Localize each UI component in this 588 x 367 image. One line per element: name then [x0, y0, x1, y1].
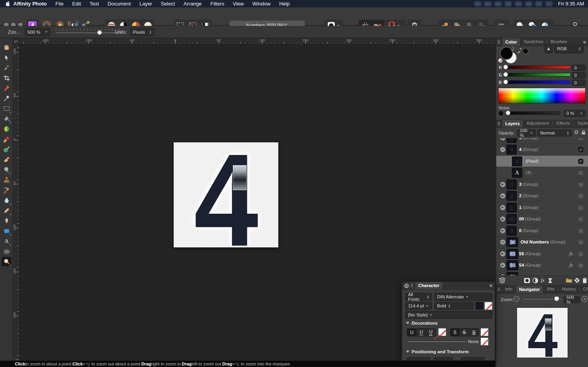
menu-filters[interactable]: Filters — [211, 1, 224, 7]
layer-visibility-checkbox[interactable] — [578, 193, 583, 198]
layer-row-4[interactable]: ▼44(Group)✓ — [496, 144, 588, 156]
mask-layer-icon[interactable] — [523, 276, 531, 285]
layer-row-pixel[interactable]: 4(Pixel)✓ — [496, 156, 588, 167]
dodge-tool[interactable] — [2, 165, 11, 174]
menu-select[interactable]: Select — [161, 1, 175, 7]
swap-colors-icon[interactable]: ⤸ — [511, 46, 514, 51]
new-pixel-layer-icon[interactable] — [573, 276, 581, 285]
pen-tool[interactable] — [2, 216, 11, 225]
layer-thumbnail[interactable]: A — [512, 168, 522, 178]
expand-icon[interactable]: ▶ — [500, 228, 505, 233]
rectangle-tool[interactable] — [2, 226, 11, 236]
strikethrough-option-0[interactable]: S — [450, 329, 460, 336]
units-dropdown[interactable]: Pixels ▲▼ — [130, 28, 154, 36]
font-weight-dropdown[interactable]: Bold ▲▼ — [434, 302, 474, 310]
tab-effects[interactable]: Effects — [553, 119, 573, 127]
layer-thumbnail[interactable]: 4 — [512, 156, 522, 166]
expand-icon[interactable]: ▶ — [500, 138, 505, 140]
gradient-tool[interactable] — [2, 124, 11, 134]
layer-thumbnail[interactable]: 3 — [506, 180, 517, 189]
expand-icon[interactable]: ▶ — [500, 193, 505, 198]
layer-visibility-checkbox[interactable] — [578, 240, 583, 245]
healing-brush-tool[interactable] — [2, 206, 11, 215]
menu-clock[interactable]: Fri 9:35 AM — [558, 1, 584, 7]
zoom-slider-thumb[interactable] — [97, 30, 102, 35]
apple-menu-icon[interactable] — [5, 1, 10, 7]
menu-window[interactable]: Window — [252, 1, 270, 7]
marquee-tool[interactable] — [2, 104, 11, 113]
panel-grip[interactable] — [498, 40, 500, 46]
noise-slider-track[interactable] — [506, 111, 561, 115]
secondary-color-dot[interactable] — [523, 49, 528, 54]
channel-value-b[interactable]: 0 — [572, 80, 586, 86]
expand-icon[interactable]: ▶ — [500, 263, 505, 268]
tab-color[interactable]: Color — [502, 38, 521, 46]
layer-visibility-checkbox[interactable]: ✓ — [578, 147, 583, 152]
paint-brush-tool[interactable] — [2, 134, 11, 144]
positioning-field-2[interactable] — [434, 357, 453, 361]
color-lock-button[interactable] — [544, 44, 553, 53]
navigator-zoom-thumb[interactable] — [554, 296, 559, 301]
mesh-warp-tool[interactable] — [2, 247, 11, 256]
layer-fx-icon[interactable]: fx — [569, 262, 573, 268]
undo-brush-tool[interactable] — [2, 185, 11, 195]
layer-thumbnail[interactable]: 55 — [506, 249, 518, 259]
layer-visibility-checkbox[interactable] — [578, 263, 583, 268]
strikethrough-option-2[interactable]: S — [469, 329, 479, 336]
live-filter-icon[interactable]: fx — [539, 276, 546, 285]
decorations-section-header[interactable]: Decorations — [406, 321, 437, 325]
layer-row-5[interactable]: ▶55(Group) — [496, 138, 588, 144]
layer-row-0[interactable]: ▶00(Group) — [496, 225, 588, 237]
channel-thumb-g[interactable] — [503, 72, 508, 77]
app-name[interactable]: Affinity Photo — [13, 1, 47, 7]
strikethrough-option-1[interactable]: S — [460, 329, 469, 336]
zoom-tool[interactable] — [2, 257, 11, 266]
layer-row-1[interactable]: ▶11(Group) — [496, 202, 588, 214]
artistic-text-tool[interactable]: A — [2, 236, 11, 246]
blend-mode-dropdown[interactable]: Normal ▲▼ — [537, 129, 572, 136]
zoom-percent-dropdown[interactable]: 500 %▼ — [25, 28, 51, 36]
tab-layers[interactable]: Layers — [502, 119, 523, 127]
menu-view[interactable]: View — [233, 1, 244, 7]
blend-options-gear-icon[interactable]: ⚙ — [574, 129, 579, 135]
move-tool[interactable] — [2, 53, 11, 62]
channel-track-g[interactable] — [505, 73, 571, 76]
layer-visibility-checkbox[interactable] — [578, 205, 583, 210]
liquify-layer-icon[interactable] — [546, 276, 554, 285]
layer-fx-icon[interactable]: fx — [569, 251, 573, 257]
layer-thumbnail[interactable]: 24 — [506, 237, 518, 247]
layer-visibility-checkbox[interactable] — [578, 251, 583, 256]
tab-character[interactable]: Character — [415, 282, 443, 289]
collapse-icon[interactable]: ▼ — [500, 240, 505, 245]
color-picker-icon[interactable] — [516, 47, 523, 54]
channel-track-r[interactable] — [505, 65, 571, 69]
noise-slider-thumb[interactable] — [506, 111, 510, 115]
gradient-selection-marquee[interactable] — [233, 165, 247, 190]
colour-replacement-brush-tool[interactable] — [2, 145, 11, 154]
tab-history[interactable]: History — [559, 285, 579, 293]
expand-icon[interactable]: ▶ — [500, 182, 505, 187]
layer-visibility-checkbox[interactable]: ✓ — [578, 159, 583, 164]
color-picker-tool[interactable] — [2, 63, 11, 73]
underline-option-0[interactable]: U — [407, 329, 417, 336]
font-family-dropdown[interactable]: DIN Alternate▼ — [434, 293, 492, 301]
menu-document[interactable]: Document — [107, 1, 131, 7]
line-color-swatch[interactable] — [481, 338, 488, 345]
close-icon[interactable]: ✕ — [404, 283, 409, 288]
layer-thumbnail[interactable]: 53 — [506, 272, 518, 276]
layer-visibility-checkbox[interactable] — [578, 170, 583, 175]
layer-visibility-checkbox[interactable] — [578, 228, 583, 233]
text-style-dropdown[interactable]: [No Style]▼ — [405, 311, 492, 319]
layers-stack-icon[interactable] — [497, 276, 507, 285]
line-style-preview[interactable] — [408, 342, 466, 342]
layer-row-00[interactable]: ▶0000(Group) — [496, 213, 588, 225]
menu-help[interactable]: Help — [279, 1, 290, 7]
strikethrough-color-swatch[interactable] — [481, 328, 488, 336]
tab-info[interactable]: Info — [502, 285, 515, 293]
layer-row-4[interactable]: A(4) — [496, 167, 588, 179]
layer-row-oldnumbers[interactable]: ▼24Old Numbers(Group) — [496, 236, 588, 248]
underline-option-1[interactable]: U — [417, 329, 426, 336]
color-spectrum[interactable] — [498, 88, 586, 104]
flood-fill-tool[interactable] — [2, 114, 11, 124]
menu-text[interactable]: Text — [90, 1, 99, 7]
